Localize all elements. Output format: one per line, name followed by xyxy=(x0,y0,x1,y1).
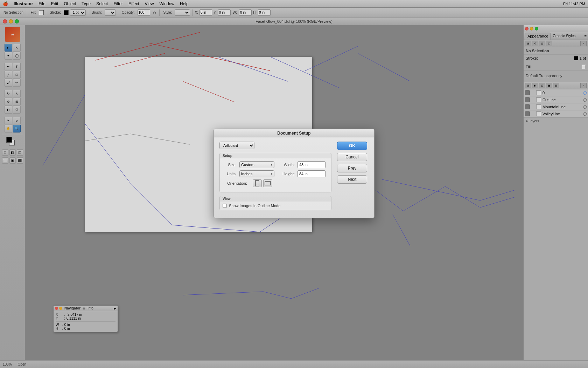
dialog-title: Document Setup xyxy=(277,131,310,136)
size-select-wrapper: Custom ▼ xyxy=(239,161,274,168)
ok-button[interactable]: OK xyxy=(337,142,367,150)
modal-overlay: Document Setup Artboard ▼ Setup xyxy=(0,0,588,368)
artboard-select-wrapper: Artboard ▼ xyxy=(219,142,254,149)
units-select-wrapper: Inches ▼ xyxy=(239,170,274,177)
width-label: Width: xyxy=(277,163,295,167)
setup-section: Setup Size: Custom ▼ Width: xyxy=(219,153,331,192)
cancel-button[interactable]: Cancel xyxy=(337,153,367,161)
orientation-label: Orientation: xyxy=(223,181,247,185)
height-label: Height: xyxy=(277,172,295,176)
dialog-left: Artboard ▼ Setup Size: C xyxy=(219,142,331,214)
view-section: View Show Images In Outline Mode xyxy=(219,196,331,210)
landscape-button[interactable] xyxy=(263,179,272,187)
artboard-dropdown-row: Artboard ▼ xyxy=(219,142,331,149)
units-label: Units: xyxy=(223,172,237,176)
artboard-select[interactable]: Artboard xyxy=(219,142,254,149)
show-images-checkbox[interactable] xyxy=(223,204,227,208)
next-button[interactable]: Next xyxy=(337,175,367,184)
dialog-right-buttons: OK Cancel Prev Next xyxy=(337,142,369,214)
dialog-body: Artboard ▼ Setup Size: C xyxy=(214,137,374,218)
setup-section-body: Size: Custom ▼ Width: xyxy=(220,158,331,192)
portrait-button[interactable] xyxy=(253,179,262,187)
show-images-label: Show Images In Outline Mode xyxy=(229,204,280,208)
svg-rect-27 xyxy=(265,182,271,185)
size-row: Size: Custom ▼ Width: xyxy=(223,161,328,168)
size-select[interactable]: Custom xyxy=(239,161,274,168)
show-images-row: Show Images In Outline Mode xyxy=(220,202,331,210)
setup-section-title: Setup xyxy=(220,153,331,158)
orientation-buttons xyxy=(253,179,272,187)
dialog-titlebar: Document Setup xyxy=(214,129,374,137)
svg-rect-26 xyxy=(255,180,259,186)
units-select[interactable]: Inches xyxy=(239,170,274,177)
units-row: Units: Inches ▼ Height: xyxy=(223,170,328,177)
view-section-title: View xyxy=(220,196,331,202)
orientation-row: Orientation: xyxy=(223,179,328,187)
size-label: Size: xyxy=(223,163,237,167)
height-input[interactable] xyxy=(298,170,326,177)
prev-button[interactable]: Prev xyxy=(337,164,367,172)
width-input[interactable] xyxy=(298,161,326,168)
document-setup-dialog: Document Setup Artboard ▼ Setup xyxy=(214,129,374,218)
